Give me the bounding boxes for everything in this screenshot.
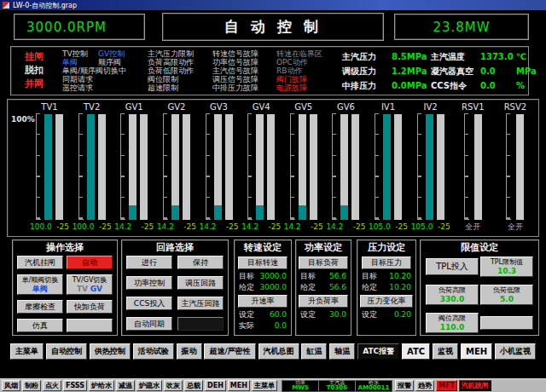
valve-group: GV514.2-25 bbox=[284, 102, 323, 231]
nav-button[interactable]: 小机监视 bbox=[495, 343, 536, 360]
tpl-engage-button[interactable]: TPL投入 bbox=[426, 258, 479, 275]
valve-position-fill bbox=[171, 205, 179, 220]
valve-group: TV1100.0-25 bbox=[30, 102, 69, 231]
valve-bars bbox=[163, 113, 190, 220]
tpl-limit-button[interactable]: TPL限制值 10.3 bbox=[480, 257, 533, 277]
valve-bars bbox=[506, 113, 524, 220]
load-rate-button[interactable]: 升负荷率 bbox=[299, 295, 348, 308]
alarm-status-column: 转速在临界区OPC动作RB动作阀门故障电源故障 bbox=[276, 49, 322, 92]
simulation-button[interactable]: 仿真 bbox=[17, 319, 63, 332]
load-low-limit-button[interactable]: 负荷低限 5.0 bbox=[480, 285, 533, 305]
limit-status-label: 负荷高限动作 bbox=[148, 58, 194, 66]
blank-button[interactable] bbox=[67, 319, 113, 332]
taskbar-page-button[interactable]: 主菜单 bbox=[252, 380, 277, 391]
taskbar-page-button[interactable]: 炉疏水 bbox=[136, 380, 162, 391]
panel-title: 回路选择 bbox=[122, 242, 228, 253]
load-high-limit-button[interactable]: 负荷高限 330.0 bbox=[426, 285, 479, 305]
valve-bars bbox=[36, 113, 63, 220]
nav-button[interactable]: ATC bbox=[402, 343, 430, 360]
panel-loop-select: 回路选择 进行 保持 功率控制 调压回路 CCS投入 主汽压回路 自动同期 bbox=[121, 239, 229, 336]
control-mode-status-line: 遥控请求 bbox=[62, 84, 126, 92]
auto-sync-button[interactable]: 自动同期 bbox=[126, 317, 172, 331]
valve-reference-value: -25 bbox=[268, 222, 281, 231]
go-button[interactable]: 进行 bbox=[126, 256, 172, 269]
taskbar-page-button[interactable]: 点火 bbox=[43, 380, 61, 391]
target-speed-button[interactable]: 目标转速 bbox=[238, 257, 288, 269]
valve-values: 105.0-25 bbox=[411, 222, 450, 231]
taskbar-page-button[interactable]: DEH bbox=[205, 380, 226, 391]
blank-button[interactable] bbox=[480, 316, 533, 330]
taskbar-page-button[interactable]: MEH bbox=[228, 380, 250, 391]
taskbar-page-button[interactable]: 炉给水 bbox=[89, 380, 114, 391]
set-pressure-rate-row: 设定 0.20 bbox=[357, 310, 415, 319]
valve-reference-value: -25 bbox=[183, 222, 196, 231]
panel-title: 功率设定 bbox=[296, 242, 351, 253]
valve-high-limit-value: 110.0 bbox=[440, 323, 464, 331]
mft-button[interactable]: MFT bbox=[436, 380, 457, 391]
hold-button[interactable]: 保持 bbox=[177, 256, 224, 269]
nav-button[interactable]: 振动 bbox=[177, 343, 202, 360]
taskbar-page-button[interactable]: 制粉 bbox=[22, 380, 41, 391]
nav-button[interactable]: MEH bbox=[461, 343, 492, 360]
tv-gv-switch-button[interactable]: TV/GV切换 TV GV bbox=[67, 274, 113, 295]
nav-button[interactable]: ATC报警 bbox=[357, 343, 399, 360]
window-titlebar[interactable]: LW-0-自动控制.grap bbox=[0, 0, 546, 10]
taskbar-page-button[interactable]: 总貌 bbox=[184, 380, 203, 391]
taskbar-page-button[interactable]: 减温 bbox=[116, 380, 135, 391]
valve-name-label: IV2 bbox=[424, 102, 438, 112]
taskbar-page-button[interactable]: FSSS bbox=[63, 380, 87, 391]
control-mode-status: 顺序阀 bbox=[98, 58, 121, 66]
nav-button[interactable]: 主菜单 bbox=[10, 343, 44, 360]
ccs-engage-button[interactable]: CCS投入 bbox=[126, 297, 172, 310]
signal-fault-label: 转速信号故障 bbox=[212, 49, 258, 58]
nav-button[interactable]: 监视 bbox=[433, 343, 458, 360]
nav-button[interactable]: 超速/严密性 bbox=[204, 343, 255, 360]
alarm-button[interactable]: 报警 bbox=[395, 380, 414, 391]
taskbar-page-button[interactable]: 吹灰 bbox=[164, 380, 183, 391]
fast-unload-button[interactable]: 快卸负荷 bbox=[67, 300, 113, 314]
power-control-button[interactable]: 功率控制 bbox=[126, 276, 172, 290]
speed-rate-button[interactable]: 升速率 bbox=[238, 295, 288, 308]
row-label: 实际 bbox=[239, 321, 258, 330]
nav-button[interactable]: 轴温 bbox=[329, 343, 355, 360]
taskbar-page-button[interactable]: 风烟 bbox=[2, 380, 20, 391]
valve-values: 100.0-25 bbox=[73, 222, 112, 231]
nav-button[interactable]: 汽机总图 bbox=[258, 343, 299, 360]
row-label: 给定 bbox=[239, 283, 258, 291]
friction-check-button[interactable]: 摩擦检查 bbox=[17, 300, 63, 314]
main-steam-pressure-loop-button[interactable]: 主汽压回路 bbox=[177, 297, 224, 310]
valve-position-fill bbox=[87, 114, 95, 220]
nav-button[interactable]: 缸温 bbox=[301, 343, 327, 360]
row-label: 设定 bbox=[300, 310, 319, 319]
valve-name-label: GV1 bbox=[125, 102, 143, 112]
nav-button[interactable]: 供热控制 bbox=[90, 343, 131, 360]
power-display: 23.8MW bbox=[394, 14, 529, 40]
valve-values: 100.0-25 bbox=[30, 222, 69, 231]
nav-button[interactable]: 活动试验 bbox=[133, 343, 174, 360]
auto-button[interactable]: 自动 bbox=[67, 256, 113, 269]
readout-value: 1.2MPa bbox=[392, 66, 427, 76]
limit-status-label: 主汽压力限制 bbox=[148, 49, 194, 58]
status-panel: 挂闸脱扣并网 TV控制GV控制单阀顺序阀单阀/顺序阀切换中同期请求遥控请求 主汽… bbox=[10, 46, 529, 95]
set-rate-row: 设定 60.0 bbox=[235, 310, 291, 319]
valve-high-limit-button[interactable]: 阀位高限 110.0 bbox=[426, 313, 479, 333]
valve-position-value: 14.2 bbox=[114, 222, 131, 231]
target-load-button[interactable]: 目标负荷 bbox=[299, 257, 348, 269]
temperature-readout-column: 主汽温度1373.0℃凝汽器真空0.0MPaCCS指令0.0% bbox=[431, 50, 537, 94]
panel-speed-setting: 转速设定 目标转速 目标 3000.0 给定 3000.0 升速率 设定 60.… bbox=[234, 239, 292, 336]
pressure-rate-button[interactable]: 压力变化率 bbox=[360, 295, 413, 308]
target-pressure-button[interactable]: 目标压力 bbox=[362, 257, 411, 269]
pressure-loop-button[interactable]: 调压回路 bbox=[177, 276, 224, 290]
single-seq-valve-switch-button[interactable]: 单/顺阀切换 单阀 bbox=[17, 274, 63, 295]
readout-value: 0.0 bbox=[480, 79, 516, 93]
tpl-limit-value: 10.3 bbox=[497, 267, 516, 275]
signal-fault-column: 转速信号故障功率信号故障主汽信号故障调压信号故障中排压力故障 bbox=[212, 49, 258, 92]
nav-button[interactable]: 自动控制 bbox=[46, 343, 87, 360]
trend-button[interactable]: 趋势 bbox=[415, 380, 434, 391]
pressure-readout-column: 主汽压力8.5MPa调级压力1.2MPa中排压力0.0MPa bbox=[342, 50, 427, 94]
valve-scale-icon bbox=[506, 113, 511, 220]
row-label: 设定 bbox=[239, 310, 258, 319]
turbine-latch-button[interactable]: 汽机挂闸 bbox=[17, 256, 63, 269]
given-speed-row: 给定 3000.0 bbox=[235, 283, 291, 291]
blank-button[interactable] bbox=[177, 317, 224, 331]
